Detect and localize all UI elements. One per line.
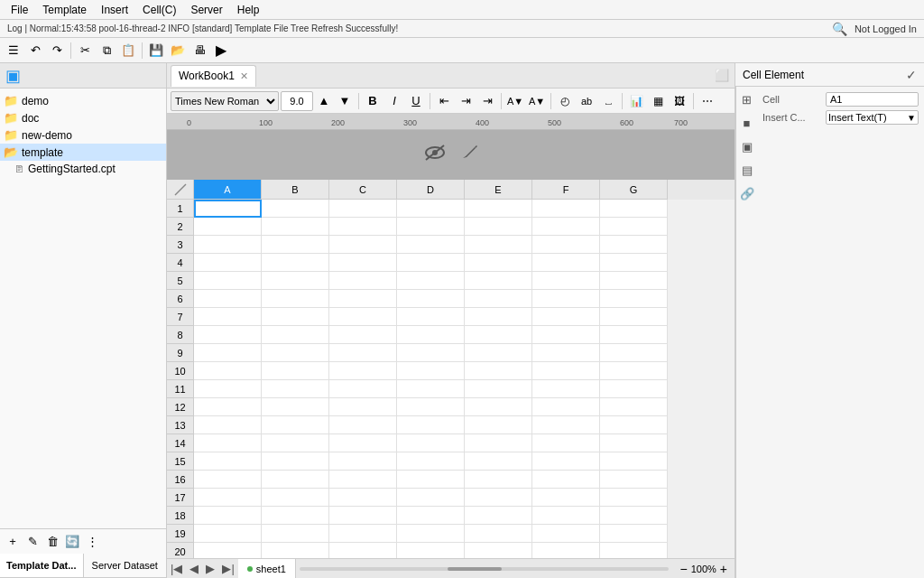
font-color-btn[interactable]: A▼ xyxy=(527,91,547,111)
cell-F16[interactable] xyxy=(532,471,600,489)
cell-E16[interactable] xyxy=(465,471,532,489)
search-icon[interactable]: 🔍 xyxy=(832,22,847,36)
right-icon-image[interactable]: ▣ xyxy=(738,137,756,155)
cell-A13[interactable] xyxy=(194,416,262,434)
sheet-nav-next[interactable]: ▶ xyxy=(202,560,218,577)
col-header-D[interactable]: D xyxy=(397,180,465,200)
cell-B12[interactable] xyxy=(262,398,329,416)
row-num-5[interactable]: 5 xyxy=(167,272,194,290)
cell-D6[interactable] xyxy=(397,290,465,308)
sidebar-refresh-btn[interactable]: 🔄 xyxy=(63,532,81,550)
cell-D4[interactable] xyxy=(397,254,465,272)
cell-F2[interactable] xyxy=(532,218,600,236)
col-header-F[interactable]: F xyxy=(532,180,600,200)
row-num-6[interactable]: 6 xyxy=(167,290,194,308)
cell-D14[interactable] xyxy=(397,434,465,452)
font-name-select[interactable]: Times New Roman xyxy=(171,91,279,111)
cell-F3[interactable] xyxy=(532,236,600,254)
cell-E3[interactable] xyxy=(465,236,532,254)
tree-item-template[interactable]: 📂 template xyxy=(0,144,166,161)
cell-A1[interactable] xyxy=(194,200,262,218)
menu-template[interactable]: Template xyxy=(35,2,94,18)
cell-B16[interactable] xyxy=(262,471,329,489)
cell-D8[interactable] xyxy=(397,326,465,344)
cell-B9[interactable] xyxy=(262,344,329,362)
sheet-nav-first[interactable]: |◀ xyxy=(167,560,186,577)
align-center-btn[interactable]: ⇥ xyxy=(456,91,476,111)
cell-A4[interactable] xyxy=(194,254,262,272)
cell-F19[interactable] xyxy=(532,525,600,543)
cell-E9[interactable] xyxy=(465,344,532,362)
cell-C2[interactable] xyxy=(329,218,397,236)
tree-item-doc[interactable]: 📁 doc xyxy=(0,109,166,126)
cell-C4[interactable] xyxy=(329,254,397,272)
toolbar-redo-btn[interactable]: ↷ xyxy=(47,41,67,61)
cell-F13[interactable] xyxy=(532,416,600,434)
right-insert-select[interactable]: Insert Text(T) ▼ xyxy=(826,110,919,125)
row-num-1[interactable]: 1 xyxy=(167,200,194,218)
cell-D5[interactable] xyxy=(397,272,465,290)
cell-A18[interactable] xyxy=(194,507,262,525)
cell-C16[interactable] xyxy=(329,471,397,489)
toolbar-paste-btn[interactable]: 📋 xyxy=(118,41,138,61)
sidebar-edit-btn[interactable]: ✎ xyxy=(23,532,42,550)
row-num-12[interactable]: 12 xyxy=(167,398,194,416)
cell-A10[interactable] xyxy=(194,362,262,380)
cell-G1[interactable] xyxy=(600,200,668,218)
sidebar-delete-btn[interactable]: 🗑 xyxy=(43,532,61,550)
cell-A8[interactable] xyxy=(194,326,262,344)
underline-btn[interactable]: U xyxy=(406,91,426,111)
cell-F18[interactable] xyxy=(532,507,600,525)
workbook-tab[interactable]: WorkBook1 ✕ xyxy=(171,65,256,87)
cell-B20[interactable] xyxy=(262,543,329,558)
cell-B8[interactable] xyxy=(262,326,329,344)
font-size-input[interactable] xyxy=(281,91,313,111)
menu-insert[interactable]: Insert xyxy=(94,2,135,18)
cell-F14[interactable] xyxy=(532,434,600,452)
cell-A7[interactable] xyxy=(194,308,262,326)
right-icon-list[interactable]: ■ xyxy=(738,114,756,132)
toolbar-copy-btn[interactable]: ⧉ xyxy=(97,41,116,61)
cell-G14[interactable] xyxy=(600,434,668,452)
cell-E4[interactable] xyxy=(465,254,532,272)
cell-A9[interactable] xyxy=(194,344,262,362)
cell-C14[interactable] xyxy=(329,434,397,452)
pencil-icon[interactable] xyxy=(459,142,481,169)
right-icon-table[interactable]: ▤ xyxy=(738,161,756,179)
cell-B3[interactable] xyxy=(262,236,329,254)
cell-A20[interactable] xyxy=(194,543,262,558)
zoom-minus-btn[interactable]: − xyxy=(679,562,687,576)
cell-C19[interactable] xyxy=(329,525,397,543)
cell-C9[interactable] xyxy=(329,344,397,362)
cell-E1[interactable] xyxy=(465,200,532,218)
align-left-btn[interactable]: ⇤ xyxy=(434,91,454,111)
row-num-11[interactable]: 11 xyxy=(167,380,194,398)
col-header-C[interactable]: C xyxy=(329,180,397,200)
cell-C15[interactable] xyxy=(329,452,397,471)
cell-E10[interactable] xyxy=(465,362,532,380)
cell-D2[interactable] xyxy=(397,218,465,236)
cell-B6[interactable] xyxy=(262,290,329,308)
zoom-plus-btn[interactable]: + xyxy=(720,562,727,576)
cell-G9[interactable] xyxy=(600,344,668,362)
cell-F11[interactable] xyxy=(532,380,600,398)
cell-G19[interactable] xyxy=(600,525,668,543)
cell-F17[interactable] xyxy=(532,489,600,507)
chart-line-btn[interactable]: 📊 xyxy=(626,91,646,111)
cell-G13[interactable] xyxy=(600,416,668,434)
cell-D15[interactable] xyxy=(397,452,465,471)
cell-C3[interactable] xyxy=(329,236,397,254)
row-num-3[interactable]: 3 xyxy=(167,236,194,254)
sheet-tab-sheet1[interactable]: sheet1 xyxy=(238,559,296,579)
toolbar-undo-btn[interactable]: ↶ xyxy=(25,41,45,61)
cell-G16[interactable] xyxy=(600,471,668,489)
row-num-14[interactable]: 14 xyxy=(167,434,194,452)
cell-C5[interactable] xyxy=(329,272,397,290)
row-num-13[interactable]: 13 xyxy=(167,416,194,434)
cell-D7[interactable] xyxy=(397,308,465,326)
right-sidebar-close-btn[interactable]: ✓ xyxy=(906,68,917,82)
merge-btn[interactable]: ab xyxy=(577,91,596,111)
row-num-10[interactable]: 10 xyxy=(167,362,194,380)
row-num-4[interactable]: 4 xyxy=(167,254,194,272)
cell-G17[interactable] xyxy=(600,489,668,507)
